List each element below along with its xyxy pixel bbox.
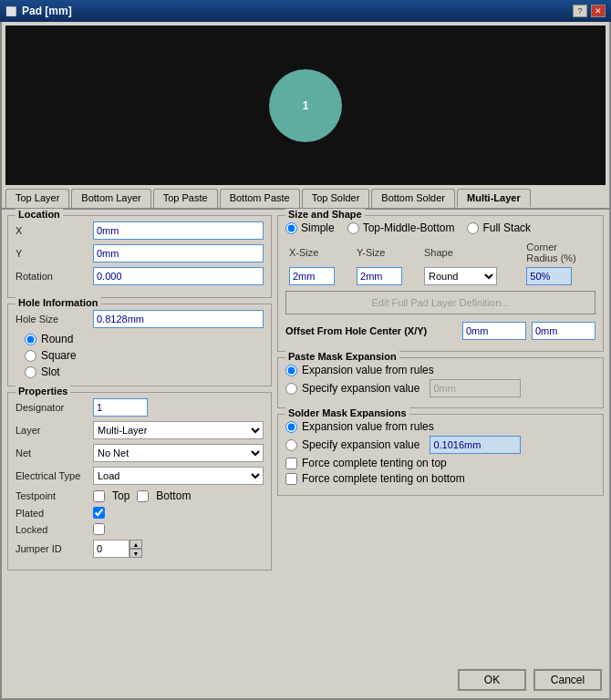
properties-label: Properties <box>16 386 70 396</box>
hole-shape-square: Square <box>25 349 264 362</box>
jumper-down-button[interactable]: ▼ <box>129 549 142 558</box>
close-button[interactable]: ✕ <box>591 5 606 17</box>
main-window: 1 Top Layer Bottom Layer Top Paste Botto… <box>0 22 611 700</box>
testpoint-bottom-check[interactable] <box>137 490 149 502</box>
paste-mask-group: Paste Mask Expansion Expansion value fro… <box>277 357 604 408</box>
x-input[interactable] <box>93 221 264 240</box>
shape-header: Shape <box>420 240 523 265</box>
solder-rules-option: Expansion value from rules <box>285 420 595 433</box>
hole-square-radio[interactable] <box>25 350 36 362</box>
paste-rules-label: Expansion value from rules <box>302 364 434 376</box>
tenting-bottom-row: Force complete tenting on bottom <box>285 472 595 485</box>
tenting-top-label: Force complete tenting on top <box>302 457 447 469</box>
simple-mode: Simple <box>285 221 335 234</box>
solder-rules-label: Expansion value from rules <box>302 420 434 433</box>
right-panel: Size and Shape Simple Top-Middle-Bottom … <box>277 215 604 658</box>
top-middle-bottom-radio[interactable] <box>347 222 359 234</box>
jumper-spin-buttons: ▲ ▼ <box>129 540 142 558</box>
hole-size-label: Hole Size <box>16 314 93 324</box>
simple-label: Simple <box>301 221 335 234</box>
size-table: X-Size Y-Size Shape CornerRadius (%) <box>285 240 595 287</box>
help-button[interactable]: ? <box>573 5 587 17</box>
offset-y-input[interactable] <box>532 322 595 340</box>
y-row: Y <box>16 244 264 262</box>
tenting-top-check[interactable] <box>285 458 297 469</box>
hole-size-input[interactable] <box>93 310 264 328</box>
corner-input[interactable] <box>526 267 572 285</box>
jumper-spinner: ▲ ▼ <box>93 540 142 558</box>
paste-rules-option: Expansion value from rules <box>285 364 595 376</box>
full-stack-label: Full Stack <box>482 221 531 234</box>
ysize-input[interactable] <box>357 267 402 285</box>
full-stack-mode: Full Stack <box>467 221 531 234</box>
ok-button[interactable]: OK <box>458 669 526 691</box>
window-controls: ? ✕ <box>573 5 606 17</box>
hole-slot-radio[interactable] <box>25 366 36 378</box>
edit-full-pad-button[interactable]: Edit Full Pad Layer Definition... <box>285 291 595 314</box>
location-group: Location X Y Rotation <box>7 215 272 298</box>
solder-rules-radio[interactable] <box>285 421 297 433</box>
hole-square-label: Square <box>41 349 77 362</box>
plated-label: Plated <box>16 508 93 519</box>
tab-multi-layer[interactable]: Multi-Layer <box>457 189 531 208</box>
pad-preview: 1 <box>269 69 342 142</box>
tenting-top-row: Force complete tenting on top <box>285 457 595 469</box>
offset-label: Offset From Hole Center (X/Y) <box>285 325 457 336</box>
jumper-up-button[interactable]: ▲ <box>129 540 142 549</box>
paste-specify-radio[interactable] <box>285 383 297 395</box>
hole-shape-group: Round Square Slot <box>16 333 264 378</box>
x-row: X <box>16 221 264 240</box>
net-row: Net No Net <box>16 444 264 462</box>
window-title: Pad [mm] <box>22 5 72 17</box>
rotation-label: Rotation <box>16 271 93 282</box>
shape-select[interactable]: Round Square Rectangle Oval <box>424 267 497 285</box>
xsize-input[interactable] <box>289 267 335 285</box>
tab-top-solder[interactable]: Top Solder <box>302 189 370 208</box>
layer-row: Layer Multi-Layer Top Layer Bottom Layer <box>16 421 264 439</box>
tab-top-layer[interactable]: Top Layer <box>5 189 69 208</box>
offset-row: Offset From Hole Center (X/Y) <box>285 318 595 344</box>
plated-check[interactable] <box>93 507 105 519</box>
rotation-row: Rotation <box>16 267 264 285</box>
testpoint-top-label: Top <box>112 489 129 502</box>
locked-row: Locked <box>16 523 264 535</box>
tenting-bottom-check[interactable] <box>285 473 297 485</box>
tab-bottom-paste[interactable]: Bottom Paste <box>220 189 300 208</box>
layer-select[interactable]: Multi-Layer Top Layer Bottom Layer <box>93 421 264 439</box>
tab-bottom-solder[interactable]: Bottom Solder <box>371 189 455 208</box>
xsize-header: X-Size <box>285 240 353 265</box>
size-mode-group: Simple Top-Middle-Bottom Full Stack <box>285 221 595 234</box>
hole-group: Hole Information Hole Size Round Square <box>7 304 272 386</box>
x-label: X <box>16 225 93 236</box>
simple-radio[interactable] <box>285 222 297 234</box>
tenting-bottom-label: Force complete tenting on bottom <box>302 472 465 485</box>
solder-specify-radio[interactable] <box>285 439 297 451</box>
designator-row: Designator <box>16 398 264 417</box>
solder-value-input[interactable] <box>430 436 521 454</box>
testpoint-options: Top Bottom <box>93 489 191 502</box>
net-select[interactable]: No Net <box>93 444 264 462</box>
pad-number: 1 <box>303 99 309 112</box>
testpoint-top-check[interactable] <box>93 490 105 502</box>
tab-top-paste[interactable]: Top Paste <box>153 189 218 208</box>
paste-rules-radio[interactable] <box>285 365 297 376</box>
full-stack-radio[interactable] <box>467 222 479 234</box>
locked-check[interactable] <box>93 523 105 535</box>
jumper-input[interactable] <box>93 540 129 558</box>
solder-mask-group: Solder Mask Expansions Expansion value f… <box>277 414 604 496</box>
designator-input[interactable] <box>93 398 148 417</box>
paste-value-input[interactable] <box>430 379 521 397</box>
jumper-row: Jumper ID ▲ ▼ <box>16 540 264 558</box>
hole-round-radio[interactable] <box>25 334 36 345</box>
location-label: Location <box>16 209 63 220</box>
testpoint-label: Testpoint <box>16 490 93 501</box>
cancel-button[interactable]: Cancel <box>533 669 602 691</box>
electrical-label: Electrical Type <box>16 470 93 481</box>
properties-group: Properties Designator Layer Multi-Layer … <box>7 392 272 571</box>
offset-x-input[interactable] <box>462 322 526 340</box>
electrical-select[interactable]: Load Source Terminator <box>93 467 264 485</box>
tab-bottom-layer[interactable]: Bottom Layer <box>71 189 150 208</box>
y-input[interactable] <box>93 244 264 262</box>
rotation-input[interactable] <box>93 267 264 285</box>
solder-specify-label: Specify expansion value <box>302 438 419 451</box>
